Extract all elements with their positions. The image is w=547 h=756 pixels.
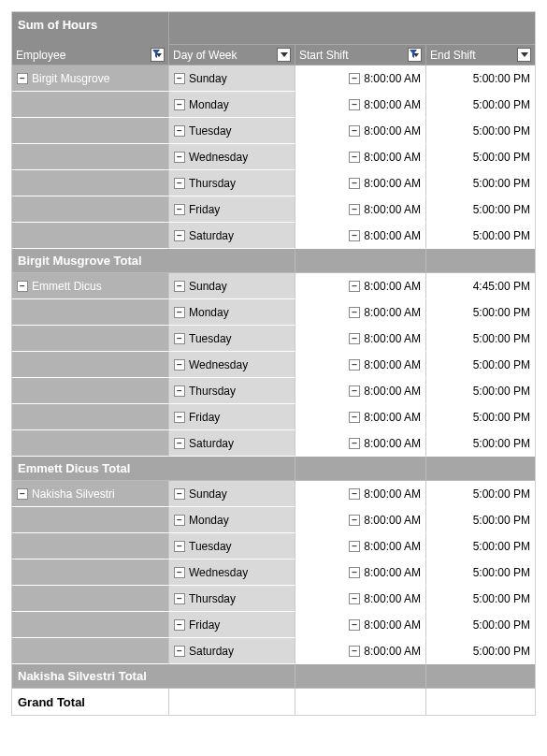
collapse-icon[interactable] [174, 230, 185, 241]
end-shift-value: 5:00:00 PM [473, 203, 530, 216]
end-dropdown[interactable] [517, 48, 531, 62]
end-shift-value: 5:00:00 PM [473, 411, 530, 424]
collapse-icon[interactable] [174, 438, 185, 449]
day-cell: Wednesday [169, 560, 295, 586]
collapse-icon[interactable] [349, 385, 360, 397]
start-shift-value: 8:00:00 AM [364, 124, 421, 138]
collapse-icon[interactable] [349, 125, 360, 137]
collapse-icon[interactable] [174, 488, 185, 500]
end-shift-cell: 5:00:00 PM [426, 533, 535, 560]
header-employee: Employee [16, 49, 65, 62]
collapse-icon[interactable] [174, 593, 185, 604]
collapse-icon[interactable] [174, 307, 185, 318]
employee-filter-dropdown[interactable] [151, 48, 165, 62]
collapse-icon[interactable] [17, 281, 28, 292]
collapse-icon[interactable] [349, 541, 360, 552]
subtotal-row: Birgit Musgrove Total [12, 249, 535, 273]
day-cell: Monday [169, 299, 295, 326]
end-shift-value: 5:00:00 PM [473, 124, 530, 138]
table-row: Thursday8:00:00 AM5:00:00 PM [12, 170, 535, 196]
collapse-icon[interactable] [349, 567, 360, 578]
day-cell: Thursday [169, 378, 295, 404]
collapse-icon[interactable] [349, 488, 360, 500]
collapse-icon[interactable] [349, 73, 360, 84]
day-label: Sunday [189, 487, 227, 501]
collapse-icon[interactable] [174, 619, 185, 631]
table-row: Wednesday8:00:00 AM5:00:00 PM [12, 352, 535, 378]
collapse-icon[interactable] [17, 488, 28, 500]
collapse-icon[interactable] [174, 385, 185, 397]
collapse-icon[interactable] [174, 73, 185, 84]
collapse-icon[interactable] [349, 152, 360, 163]
end-shift-cell: 5:00:00 PM [426, 118, 535, 144]
collapse-icon[interactable] [349, 230, 360, 241]
end-shift-cell: 5:00:00 PM [426, 612, 535, 638]
collapse-icon[interactable] [349, 438, 360, 449]
start-shift-cell: 8:00:00 AM [295, 352, 426, 378]
start-shift-cell: 8:00:00 AM [295, 144, 426, 170]
day-cell: Tuesday [169, 326, 295, 352]
end-shift-cell: 5:00:00 PM [426, 430, 535, 457]
subtotal-label: Nakisha Silvestri Total [12, 664, 295, 689]
collapse-icon[interactable] [349, 178, 360, 189]
end-shift-value: 5:00:00 PM [473, 98, 530, 111]
collapse-icon[interactable] [349, 619, 360, 631]
end-shift-value: 5:00:00 PM [473, 229, 530, 242]
start-shift-value: 8:00:00 AM [364, 229, 421, 242]
day-label: Wednesday [189, 358, 248, 371]
collapse-icon[interactable] [174, 412, 185, 423]
collapse-icon[interactable] [174, 204, 185, 215]
collapse-icon[interactable] [349, 593, 360, 604]
collapse-icon[interactable] [349, 412, 360, 423]
start-shift-cell: 8:00:00 AM [295, 223, 426, 249]
employee-name: Emmett Dicus [32, 280, 102, 293]
start-shift-cell: 8:00:00 AM [295, 481, 426, 507]
pivot-table: Sum of Hours Employee Day of Week Start … [11, 11, 536, 716]
chevron-down-icon [413, 53, 419, 57]
table-row: Wednesday8:00:00 AM5:00:00 PM [12, 560, 535, 586]
end-shift-value: 5:00:00 PM [473, 487, 530, 501]
collapse-icon[interactable] [349, 333, 360, 344]
collapse-icon[interactable] [174, 99, 185, 110]
end-shift-value: 5:00:00 PM [473, 645, 530, 658]
grand-total-row: Grand Total [12, 689, 535, 715]
start-shift-value: 8:00:00 AM [364, 618, 421, 632]
subtotal-label: Birgit Musgrove Total [12, 249, 295, 273]
collapse-icon[interactable] [349, 359, 360, 371]
collapse-icon[interactable] [174, 646, 185, 657]
start-shift-cell: 8:00:00 AM [295, 430, 426, 457]
employee-cell [12, 533, 169, 560]
employee-cell: Nakisha Silvestri [12, 481, 169, 507]
day-label: Tuesday [189, 124, 232, 138]
collapse-icon[interactable] [174, 515, 185, 526]
collapse-icon[interactable] [174, 541, 185, 552]
start-shift-cell: 8:00:00 AM [295, 638, 426, 664]
end-shift-value: 4:45:00 PM [473, 280, 530, 293]
collapse-icon[interactable] [174, 359, 185, 371]
collapse-icon[interactable] [174, 178, 185, 189]
collapse-icon[interactable] [174, 152, 185, 163]
start-filter-dropdown[interactable] [408, 48, 422, 62]
day-cell: Tuesday [169, 533, 295, 560]
collapse-icon[interactable] [174, 333, 185, 344]
collapse-icon[interactable] [349, 281, 360, 292]
title-row: Sum of Hours [12, 12, 535, 45]
collapse-icon[interactable] [349, 204, 360, 215]
collapse-icon[interactable] [17, 73, 28, 84]
collapse-icon[interactable] [174, 125, 185, 137]
collapse-icon[interactable] [349, 307, 360, 318]
day-dropdown[interactable] [277, 48, 291, 62]
collapse-icon[interactable] [174, 567, 185, 578]
day-label: Thursday [189, 177, 236, 190]
end-shift-cell: 5:00:00 PM [426, 65, 535, 92]
employee-cell [12, 170, 169, 196]
end-shift-value: 5:00:00 PM [473, 72, 530, 85]
start-shift-cell: 8:00:00 AM [295, 507, 426, 533]
collapse-icon[interactable] [349, 646, 360, 657]
collapse-icon[interactable] [349, 99, 360, 110]
collapse-icon[interactable] [174, 281, 185, 292]
start-shift-value: 8:00:00 AM [364, 98, 421, 111]
end-shift-cell: 5:00:00 PM [426, 560, 535, 586]
day-cell: Friday [169, 612, 295, 638]
collapse-icon[interactable] [349, 515, 360, 526]
